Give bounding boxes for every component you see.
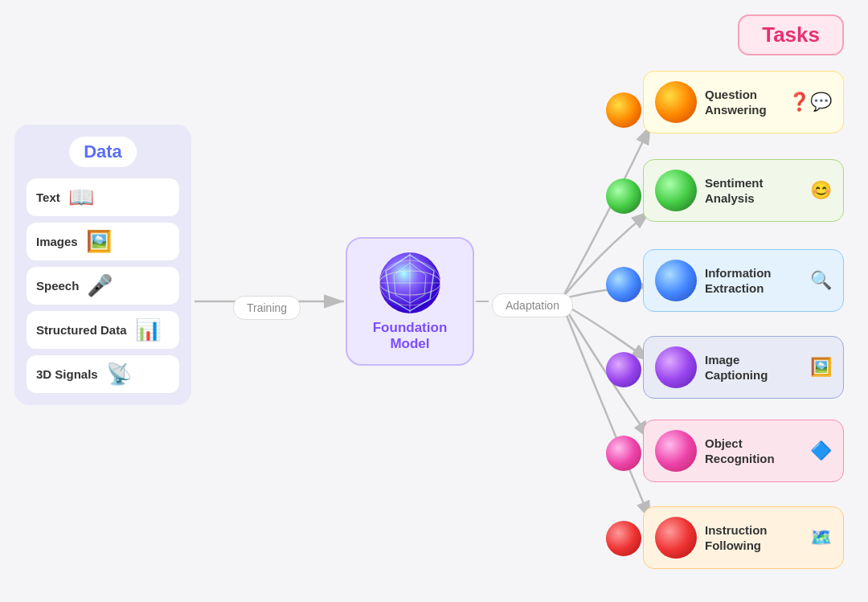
sphere-sentiment-left xyxy=(606,178,641,214)
task-card-sentiment: SentimentAnalysis 😊 xyxy=(643,159,844,222)
task-card-info: InformationExtraction 🔍 xyxy=(643,249,844,312)
task-instruct-label: InstructionFollowing xyxy=(705,522,768,554)
task-card-caption: ImageCaptioning 🖼️ xyxy=(643,336,844,399)
sphere-caption xyxy=(655,346,697,388)
data-item-speech: Speech 🎤 xyxy=(27,267,179,305)
data-title-box: Data xyxy=(69,137,137,167)
task-info-label: InformationExtraction xyxy=(705,265,772,297)
qa-icon: ❓💬 xyxy=(788,92,832,113)
speech-icon: 🎤 xyxy=(87,273,113,298)
data-item-structured-label: Structured Data xyxy=(36,323,127,337)
data-item-3d-label: 3D Signals xyxy=(36,367,98,381)
data-panel: Data Text 📖 Images 🖼️ Speech 🎤 Structure… xyxy=(14,125,191,405)
adaptation-label: Adaptation xyxy=(492,293,573,317)
sphere-object xyxy=(655,430,697,472)
sentiment-icon: 😊 xyxy=(810,180,832,201)
3d-icon: 📡 xyxy=(106,362,132,387)
structured-icon: 📊 xyxy=(135,317,161,342)
sphere-caption-left xyxy=(606,352,641,387)
data-items: Text 📖 Images 🖼️ Speech 🎤 Structured Dat… xyxy=(23,178,183,393)
sphere-instruct xyxy=(655,517,697,559)
data-item-text: Text 📖 xyxy=(27,178,179,216)
task-qa-label: QuestionAnswering xyxy=(705,87,767,118)
data-item-3d: 3D Signals 📡 xyxy=(27,355,179,393)
sphere-info xyxy=(655,260,697,301)
task-sentiment-label: SentimentAnalysis xyxy=(705,175,764,207)
foundation-sphere xyxy=(378,251,442,315)
data-item-images: Images 🖼️ xyxy=(27,223,179,260)
task-object-label: ObjectRecognition xyxy=(705,436,775,467)
task-caption-label: ImageCaptioning xyxy=(705,352,768,383)
training-label: Training xyxy=(233,296,301,320)
sphere-instruct-left xyxy=(606,521,641,556)
tasks-title-box: Tasks xyxy=(738,14,844,55)
data-item-speech-label: Speech xyxy=(36,279,79,293)
foundation-model-box: FoundationModel xyxy=(346,237,474,366)
images-icon: 🖼️ xyxy=(86,229,112,254)
task-card-qa: QuestionAnswering ❓💬 xyxy=(643,71,844,133)
sphere-qa xyxy=(655,81,697,123)
sphere-qa-left xyxy=(606,92,641,128)
object-icon: 🔷 xyxy=(810,440,832,461)
tasks-title: Tasks xyxy=(762,23,820,47)
book-icon: 📖 xyxy=(68,185,94,210)
data-item-structured: Structured Data 📊 xyxy=(27,311,179,349)
foundation-model-label: FoundationModel xyxy=(373,320,448,353)
data-title: Data xyxy=(84,141,122,162)
task-card-instruct: InstructionFollowing 🗺️ xyxy=(643,506,844,569)
sphere-object-left xyxy=(606,436,641,471)
sphere-sentiment xyxy=(655,170,697,211)
info-icon: 🔍 xyxy=(810,270,832,291)
data-item-text-label: Text xyxy=(36,190,60,204)
task-card-object: ObjectRecognition 🔷 xyxy=(643,420,844,482)
data-item-images-label: Images xyxy=(36,235,78,248)
caption-icon: 🖼️ xyxy=(810,357,832,378)
sphere-info-left xyxy=(606,267,641,302)
instruct-icon: 🗺️ xyxy=(810,527,832,548)
